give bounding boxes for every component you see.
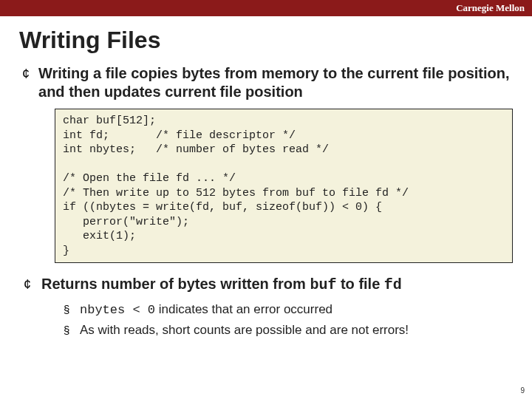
text-part: indicates that an error occurred xyxy=(155,302,332,316)
slide-title: Writing Files xyxy=(19,27,532,54)
sub-bullet-item: § nbytes < 0 indicates that an error occ… xyxy=(64,301,510,318)
page-number: 9 xyxy=(520,386,525,395)
slide-content: ¢ Writing a file copies bytes from memor… xyxy=(0,64,532,338)
sub-bullet-item: § As with reads, short counts are possib… xyxy=(64,322,510,338)
bullet-marker: ¢ xyxy=(22,66,30,82)
inline-code: nbytes < 0 xyxy=(80,303,155,317)
bullet-item: ¢ Returns number of bytes written from b… xyxy=(22,275,510,294)
text-part: to file xyxy=(336,276,383,292)
inline-code: buf xyxy=(310,276,336,293)
sub-bullet-text: nbytes < 0 indicates that an error occur… xyxy=(80,301,332,318)
square-bullet-icon: § xyxy=(64,324,72,336)
sub-bullet-text: As with reads, short counts are possible… xyxy=(80,322,409,338)
code-block: char buf[512]; int fd; /* file descripto… xyxy=(55,109,513,263)
inline-code: fd xyxy=(384,276,402,293)
bullet-marker: ¢ xyxy=(22,277,33,293)
text-part: Returns number of bytes written from xyxy=(41,276,310,292)
sub-bullet-list: § nbytes < 0 indicates that an error occ… xyxy=(64,301,510,338)
square-bullet-icon: § xyxy=(64,303,72,316)
header-bar: Carnegie Mellon xyxy=(0,0,532,16)
bullet-text: Writing a file copies bytes from memory … xyxy=(38,64,510,101)
bullet-text: Returns number of bytes written from buf… xyxy=(41,275,402,294)
institution-name: Carnegie Mellon xyxy=(456,2,525,13)
bullet-item: ¢ Writing a file copies bytes from memor… xyxy=(22,64,510,101)
